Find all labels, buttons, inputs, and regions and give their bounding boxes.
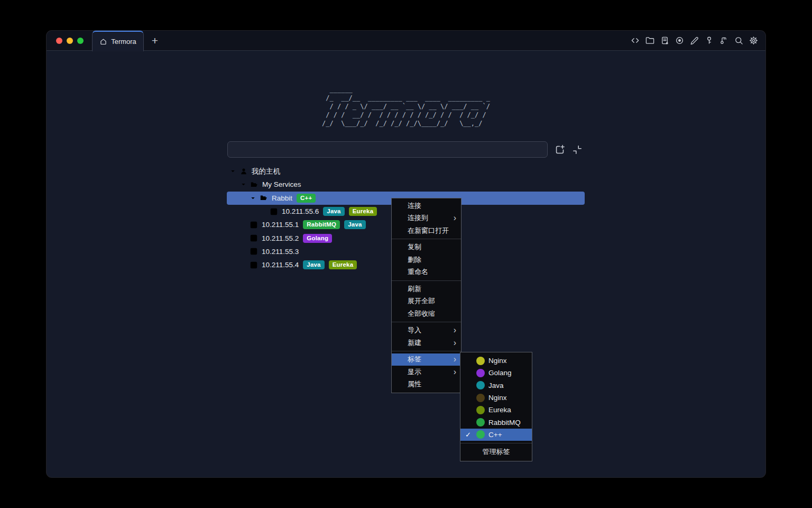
tag-color-dot: [476, 394, 485, 402]
tag-menu-item[interactable]: Java: [460, 379, 532, 392]
menu-item[interactable]: 导入›: [392, 324, 461, 337]
menu-item[interactable]: 展开全部: [392, 295, 461, 308]
log-icon[interactable]: [660, 36, 669, 45]
code-icon[interactable]: [631, 36, 640, 45]
tag-badge: Java: [323, 207, 344, 216]
tag-menu-item[interactable]: Nginx: [460, 392, 532, 404]
context-menu: 连接连接到›在新窗口打开复制删除重命名刷新展开全部全部收缩导入›新建›标签›显示…: [391, 198, 462, 393]
search-row: [227, 141, 583, 158]
tree-item-label: 10.211.55.3: [262, 248, 299, 256]
tag-submenu: NginxGolangJavaNginxEurekaRabbitMQ✓C++管理…: [460, 352, 532, 461]
keychain-icon[interactable]: [719, 36, 728, 45]
check-icon: ✓: [465, 431, 471, 439]
tree-item-label: 10.211.55.6: [282, 207, 319, 215]
tag-menu-item[interactable]: Golang: [460, 367, 532, 379]
tab-label: Termora: [111, 38, 136, 46]
tag-color-dot: [476, 430, 485, 439]
terminal-icon: [250, 221, 258, 229]
chevron-down-icon[interactable]: [250, 195, 256, 202]
menu-item[interactable]: 属性: [392, 378, 461, 391]
folder-icon[interactable]: [645, 36, 654, 45]
toolbar: [631, 31, 765, 50]
menu-separator: [460, 443, 532, 443]
tab-termora[interactable]: Termora: [92, 31, 144, 51]
menu-separator: [392, 239, 461, 239]
search-icon[interactable]: [734, 36, 743, 45]
tag-menu-item[interactable]: RabbitMQ: [460, 416, 532, 428]
menu-item[interactable]: 新建›: [392, 337, 461, 349]
tree-row--[interactable]: 我的主机: [227, 165, 585, 178]
tag-badge: Golang: [303, 234, 332, 243]
tree-item-label: Rabbit: [272, 194, 292, 202]
home-icon: [99, 38, 107, 46]
submenu-arrow-icon: ›: [454, 326, 456, 334]
menu-item[interactable]: 标签›: [392, 353, 461, 366]
terminal-icon: [250, 234, 258, 242]
menu-item[interactable]: 删除: [392, 253, 461, 266]
tag-color-dot: [476, 406, 485, 414]
app-window: Termora + ______ /_ __/__ _________ ___ …: [47, 31, 765, 477]
ascii-logo: ______ /_ __/__ _________ ___ ____ _____…: [322, 85, 490, 128]
chevron-down-icon[interactable]: [229, 168, 236, 175]
tag-menu-item[interactable]: ✓C++: [460, 429, 532, 441]
tab-bar: Termora +: [47, 31, 765, 51]
tag-badge: Java: [303, 260, 324, 269]
record-icon[interactable]: [675, 36, 684, 45]
tree-row-my-services[interactable]: My Services: [227, 178, 585, 191]
tag-badge: C++: [297, 194, 316, 203]
tree-item-label: 10.211.55.2: [262, 234, 299, 242]
tag-color-dot: [476, 357, 485, 365]
new-host-icon[interactable]: [555, 144, 565, 155]
manage-tags-item[interactable]: 管理标签: [460, 445, 532, 459]
tag-badge: RabbitMQ: [303, 220, 340, 229]
tree-item-label: 我的主机: [252, 167, 280, 176]
submenu-arrow-icon: ›: [454, 355, 456, 364]
window-controls: [47, 31, 92, 50]
menu-item[interactable]: 全部收缩: [392, 307, 461, 320]
tag-menu-item[interactable]: Nginx: [460, 355, 532, 367]
tree-item-label: 10.211.55.1: [262, 221, 299, 229]
tag-color-dot: [476, 418, 485, 427]
minimize-window-button[interactable]: [67, 38, 73, 44]
menu-item[interactable]: 连接: [392, 199, 461, 212]
edit-icon[interactable]: [690, 36, 699, 45]
tree-item-label: 10.211.55.4: [262, 261, 299, 269]
key-icon[interactable]: [705, 36, 714, 45]
folder-open-icon: [250, 180, 259, 189]
menu-item[interactable]: 在新窗口打开: [392, 224, 461, 237]
settings-icon[interactable]: [749, 36, 758, 45]
zoom-window-button[interactable]: [77, 38, 84, 44]
user-icon: [239, 167, 248, 176]
tag-color-dot: [476, 369, 485, 377]
ascii-logo-wrap: ______ /_ __/__ _________ ___ ____ _____…: [47, 85, 765, 128]
menu-item[interactable]: 刷新: [392, 283, 461, 295]
tag-menu-item[interactable]: Eureka: [460, 404, 532, 416]
tag-color-dot: [476, 381, 485, 389]
tag-badge: Eureka: [349, 207, 377, 216]
submenu-arrow-icon: ›: [454, 339, 456, 347]
terminal-icon: [270, 207, 278, 216]
new-tab-button[interactable]: +: [144, 31, 166, 50]
tag-badge: Eureka: [329, 260, 357, 269]
chevron-down-icon[interactable]: [240, 181, 247, 188]
menu-separator: [392, 351, 461, 351]
terminal-icon: [250, 261, 258, 269]
folder-open-icon: [260, 194, 268, 202]
submenu-arrow-icon: ›: [454, 368, 456, 376]
tag-badge: Java: [344, 220, 365, 229]
submenu-arrow-icon: ›: [454, 214, 456, 222]
menu-item[interactable]: 复制: [392, 241, 461, 254]
host-search-input[interactable]: [227, 141, 548, 158]
menu-item[interactable]: 连接到›: [392, 212, 461, 225]
tree-item-label: My Services: [262, 180, 301, 188]
close-window-button[interactable]: [56, 38, 62, 44]
menu-item[interactable]: 显示›: [392, 366, 461, 378]
menu-separator: [392, 322, 461, 322]
terminal-icon: [250, 247, 258, 256]
menu-separator: [392, 280, 461, 281]
menu-item[interactable]: 重命名: [392, 266, 461, 279]
collapse-all-icon[interactable]: [572, 144, 583, 155]
